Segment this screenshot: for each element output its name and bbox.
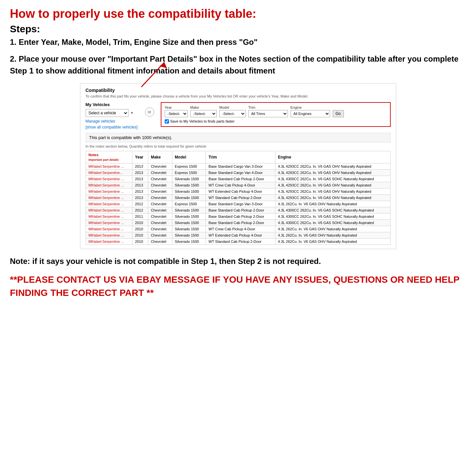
engine-field: Engine All Engines [291,105,330,117]
trim-cell: Base Standard Cab Pickup 2-Door [206,207,275,213]
notes-header-text: Notes [89,153,99,157]
or-divider: or [145,107,154,117]
engine-cell: 4.3L 262Cu. In. V6 GAS OHV Naturally Asp… [275,201,390,207]
engine-cell: 4.3L 4300CC 262Cu. In. V6 GAS SOHC Natur… [275,176,390,182]
save-checkbox-label: Save to My Vehicles to finds parts faste… [170,119,235,123]
col-header-engine: Engine [275,151,390,163]
year-field: Year -Select- [165,105,188,117]
notes-cell: Mfrlabel:Serpentine ... [86,176,132,182]
notes-cell: Mfrlabel:Serpentine ... [86,163,132,169]
model-select[interactable]: -Select- [219,110,246,117]
model-cell: Silverado 1500 [172,182,206,188]
engine-cell: 4.3L 262Cu. In. V6 GAS OHV Naturally Asp… [275,238,390,244]
my-vehicles-label: My Vehicles [86,102,138,107]
make-cell: Chevrolet [148,232,172,238]
col-header-year: Year [132,151,148,163]
year-cell: 2013 [132,188,148,194]
model-field: Model -Select- [219,105,246,117]
trim-cell: Base Standard Cargo Van 3-Door [206,163,275,169]
year-cell: 2013 [132,169,148,176]
model-cell: Silverado 1500 [172,207,206,213]
engine-label: Engine [291,105,330,109]
notes-cell: Mfrlabel:Serpentine ... [86,194,132,201]
trim-cell: Base Standard Cab Pickup 2-Door [206,213,275,219]
table-row: Mfrlabel:Serpentine...2013ChevroletExpre… [86,169,390,176]
compatibility-table: Notes Important part details Year Make M… [86,151,391,245]
make-field: Make -Select- [190,105,217,117]
dropdown-arrow-icon: ▼ [130,111,134,115]
step2-text: 2. Place your mouse over "Important Part… [10,53,466,77]
note-section: Note: if it says your vehicle is not com… [10,256,466,267]
engine-cell: 4.3L 4293CC 262Cu. In. V6 GAS OHV Natura… [275,163,390,169]
notes-cell: Mfrlabel:Serpentine ... [86,188,132,194]
trim-cell: WT Crew Cab Pickup 4-Door [206,226,275,232]
year-cell: 2013 [132,176,148,182]
engine-cell: 4.3L 4293CC 262Cu. In. V6 GAS OHV Natura… [275,182,390,188]
make-label: Make [190,105,217,109]
go-button[interactable]: Go [333,110,344,117]
ymm-form: Year -Select- Make -Select- Model -Selec… [161,102,391,127]
notes-cell: Mfrlabel:Serpentine ... [86,213,132,219]
engine-cell: 4.3L 4293CC 262Cu. In. V6 GAS OHV Natura… [275,188,390,194]
notes-cell: Mfrlabel:Serpentine ... [86,232,132,238]
col-header-trim: Trim [206,151,275,163]
year-cell: 2013 [132,182,148,188]
manage-vehicles-link[interactable]: Manage vehicles [86,119,138,124]
year-cell: 2012 [132,201,148,207]
trim-cell: Base Standard Cargo Van 3-Door [206,201,275,207]
step1-text: 1. Enter Year, Make, Model, Trim, Engine… [10,37,466,48]
table-row: Mfrlabel:Serpentine ...2013ChevroletSilv… [86,182,390,188]
show-all-link[interactable]: [show all compatible vehicles] [86,125,138,129]
year-cell: 2010 [132,238,148,244]
table-row: Mfrlabel:Serpentine ...2010ChevroletSilv… [86,238,390,244]
notes-cell: Mfrlabel:Serpentine ... [86,201,132,207]
model-cell: Silverado 1500 [172,188,206,194]
trim-select[interactable]: All Trims [248,110,288,117]
model-cell: Silverado 1500 [172,238,206,244]
trim-label: Trim [248,105,288,109]
trim-cell: WT Standard Cab Pickup 2-Door [206,238,275,244]
year-cell: 2011 [132,213,148,219]
make-select[interactable]: -Select- [190,110,217,117]
compatible-count-bar: This part is compatible with 1000 vehicl… [86,133,391,142]
trim-cell: WT Extended Cab Pickup 4-Door [206,232,275,238]
year-select[interactable]: -Select- [165,110,188,117]
engine-cell: 4.3L 4293CC 262Cu. In. V6 GAS OHV Natura… [275,169,390,176]
save-checkbox-row: Save to My Vehicles to finds parts faste… [165,119,387,124]
year-cell: 2012 [132,207,148,213]
contact-section: **PLEASE CONTACT US VIA EBAY MESSAGE IF … [10,273,466,299]
table-row: Mfrlabel:Serpentine ...2011ChevroletSilv… [86,213,390,219]
make-cell: Chevrolet [148,169,172,176]
quantity-note: In the notes section below, Quantity ref… [86,144,391,148]
model-cell: Silverado 1500 [172,176,206,182]
important-part-details-header: Important part details [89,158,119,161]
col-header-make: Make [148,151,172,163]
model-cell: Silverado 1500 [172,213,206,219]
make-cell: Chevrolet [148,188,172,194]
trim-cell: Base Standard Cab Pickup 2-Door [206,219,275,226]
col-header-notes: Notes Important part details [86,151,132,163]
make-cell: Chevrolet [148,207,172,213]
engine-cell: 4.3L 4300CC 262Cu. In. V6 GAS SOHC Natur… [275,213,390,219]
model-cell: Express 1500 [172,163,206,169]
trim-cell: Base Standard Cargo Van 4-Door [206,169,275,176]
make-cell: Chevrolet [148,238,172,244]
table-row: Mfrlabel:Serpentine ...2010ChevroletSilv… [86,219,390,226]
trim-field: Trim All Trims [248,105,288,117]
engine-select[interactable]: All Engines [291,110,330,117]
model-cell: Express 1500 [172,201,206,207]
save-vehicles-checkbox[interactable] [165,119,169,124]
year-label: Year [165,105,188,109]
make-cell: Chevrolet [148,194,172,201]
engine-cell: 4.3L 262Cu. In. V6 GAS OHV Naturally Asp… [275,226,390,232]
table-row: Mfrlabel:Serpentine ...2012ChevroletExpr… [86,201,390,207]
year-cell: 2010 [132,232,148,238]
compat-subtitle: To confirm that this part fits your vehi… [86,94,391,98]
trim-cell: WT Crew Cab Pickup 4-Door [206,182,275,188]
model-cell: Silverado 1500 [172,226,206,232]
make-cell: Chevrolet [148,201,172,207]
select-vehicle-dropdown[interactable]: Select a vehicle [86,109,128,117]
col-header-model: Model [172,151,206,163]
make-cell: Chevrolet [148,219,172,226]
compatibility-section: Compatibility To confirm that this part … [80,83,396,249]
